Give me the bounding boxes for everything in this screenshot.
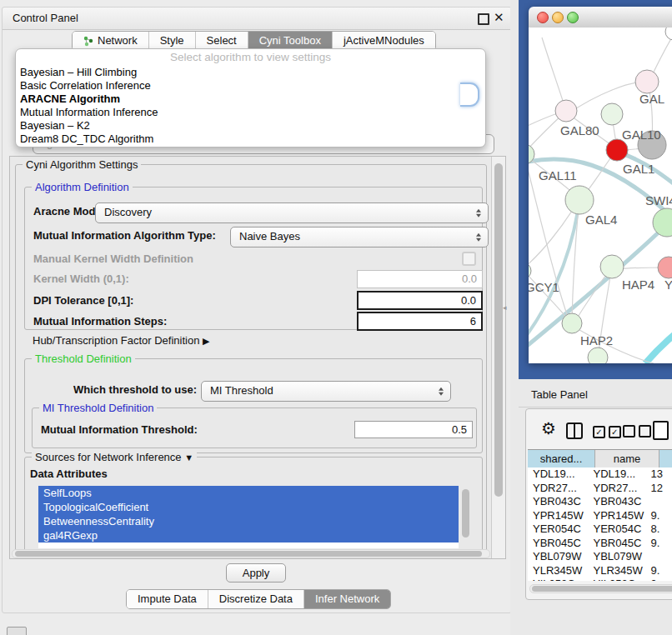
attribute-list-item[interactable]: BetweennessCentrality	[38, 514, 459, 528]
algorithm-definition-group: Algorithm Definition Aracne Mode: Discov…	[24, 187, 483, 330]
settings-vertical-scrollbar[interactable]	[491, 157, 505, 558]
table-cell: YDL19...	[589, 468, 646, 482]
mi-steps-label: Mutual Information Steps:	[33, 315, 167, 328]
network-canvas[interactable]: GALGAL80GAL10GAL1GAL11SWI4GAL4GCY1HAP4YH…	[529, 28, 672, 363]
zoom-traffic-light-icon[interactable]	[567, 12, 579, 23]
table-row[interactable]: YIL052CYIL052C9.	[528, 578, 672, 581]
column-header[interactable]: name	[595, 450, 659, 468]
table-cell: YDR27...	[589, 482, 646, 496]
network-desktop: GALGAL80GAL10GAL1GAL11SWI4GAL4GCY1HAP4YH…	[519, 0, 672, 379]
network-window-titlebar[interactable]	[529, 7, 672, 28]
attribute-list-item[interactable]: TopologicalCoefficient	[38, 500, 459, 514]
float-window-icon[interactable]	[478, 13, 489, 25]
algorithm-option[interactable]: Mutual Information Inference	[16, 106, 485, 119]
network-node[interactable]	[565, 186, 594, 214]
unchecked-box-icon	[639, 425, 651, 438]
network-node[interactable]	[665, 28, 672, 40]
minimize-traffic-light-icon[interactable]	[552, 12, 564, 23]
algorithm-option[interactable]: Dream8 DC_TDC Algorithm	[16, 132, 485, 146]
table-row[interactable]: YDL19...YDL19...13	[528, 468, 672, 482]
algorithm-option[interactable]: Bayesian – Hill Climbing	[16, 66, 485, 79]
table-cell: 8.	[645, 522, 672, 537]
algorithm-dropdown-placeholder: Select algorithm to view settings	[16, 49, 485, 66]
table-panel-title: Table Panel	[531, 387, 588, 403]
attribute-list-item[interactable]: SelfLoops	[38, 486, 459, 500]
algorithm-option[interactable]: Basic Correlation Inference	[16, 79, 485, 92]
inference-combo-focus-ring	[460, 82, 479, 107]
tab-infer-network[interactable]: Infer Network	[303, 590, 390, 608]
network-edge[interactable]	[542, 38, 565, 108]
attribute-list-item[interactable]: gal4RGexp	[38, 528, 459, 542]
divider-collapse-handle[interactable]: ◂	[503, 303, 507, 312]
data-attributes-list[interactable]: SelfLoopsTopologicalCoefficientBetweenne…	[38, 486, 459, 548]
table-row[interactable]: YPR145WYPR145W9.	[528, 509, 672, 523]
column-header[interactable]: shared...	[528, 450, 595, 468]
combo-spinner-icon	[476, 208, 481, 218]
tab-discretize-data[interactable]: Discretize Data	[208, 590, 303, 608]
settings-vscrollbar-thumb[interactable]	[494, 163, 503, 497]
mi-threshold-group-title: MI Threshold Definition	[39, 402, 157, 414]
tab-cyni-toolbox[interactable]: Cyni Toolbox	[248, 32, 332, 50]
settings-horizontal-scrollbar[interactable]	[12, 549, 490, 558]
manual-kernel-checkbox[interactable]	[462, 252, 476, 266]
table-cell: YDR27...	[528, 482, 589, 496]
network-node[interactable]	[606, 139, 628, 161]
network-node-label: HAP2	[580, 333, 613, 348]
table-row[interactable]: YBL079WYBL079W	[528, 550, 672, 564]
network-edge[interactable]	[529, 159, 569, 319]
network-node[interactable]	[600, 255, 624, 278]
tab-style[interactable]: Style	[148, 32, 195, 50]
tab-jactivemnodules[interactable]: jActiveMNodules	[332, 32, 435, 50]
attributes-scrollbar-thumb[interactable]	[462, 489, 469, 538]
network-node[interactable]	[555, 100, 577, 122]
mi-steps-field[interactable]: 6	[357, 312, 483, 331]
table-cell: 9.	[645, 578, 672, 581]
table-row[interactable]: YBR045CYBR045C9.	[528, 537, 672, 551]
control-panel: Control Panel ✕ NetworkStyleSelectCyni T…	[2, 7, 512, 613]
mi-type-combo[interactable]: Naive Bayes	[230, 227, 489, 248]
table-row[interactable]: YBR043CYBR043C	[528, 495, 672, 509]
algorithm-option[interactable]: ARACNE Algorithm	[16, 92, 485, 106]
settings-hscrollbar-thumb[interactable]	[15, 551, 482, 557]
network-node[interactable]	[601, 103, 623, 125]
panel-divider[interactable]	[510, 0, 519, 635]
tab-label: Network	[98, 32, 138, 50]
algorithm-option[interactable]: Bayesian – K2	[16, 119, 485, 132]
table-cell: YBR045C	[589, 537, 646, 551]
table-horizontal-scrollbar[interactable]	[529, 584, 672, 593]
table-row[interactable]: YLR345WYLR345W9.	[528, 564, 672, 578]
tab-select[interactable]: Select	[195, 32, 248, 50]
which-threshold-combo[interactable]: MI Threshold	[201, 381, 451, 402]
network-node[interactable]	[635, 70, 659, 93]
dpi-tolerance-field[interactable]: 0.0	[357, 291, 483, 310]
table-hscrollbar-thumb[interactable]	[532, 586, 672, 592]
split-columns-icon[interactable]	[566, 422, 583, 439]
network-edge[interactable]	[529, 204, 576, 268]
column-header[interactable]: A	[659, 450, 672, 468]
gear-icon[interactable]: ⚙	[541, 420, 556, 437]
deselect-all-checkboxes-icon[interactable]	[623, 425, 651, 440]
hub-definition-toggle[interactable]: Hub/Transcription Factor Definition ▶	[33, 334, 209, 347]
table-row[interactable]: YDR27...YDR27...12	[528, 482, 672, 496]
table-row[interactable]: YER054CYER054C8.	[528, 522, 672, 537]
close-traffic-light-icon[interactable]	[537, 12, 549, 23]
network-node[interactable]	[562, 313, 582, 333]
divider	[519, 407, 672, 408]
select-all-checkboxes-icon[interactable]: ✓ ✓	[593, 425, 621, 438]
network-icon	[83, 36, 93, 47]
apply-button[interactable]: Apply	[226, 563, 286, 582]
network-edge[interactable]	[645, 321, 672, 363]
mi-threshold-field[interactable]: 0.5	[354, 421, 473, 438]
new-table-icon[interactable]	[653, 421, 669, 440]
close-icon[interactable]: ✕	[494, 10, 504, 25]
network-node[interactable]	[588, 348, 608, 363]
algorithm-dropdown[interactable]: Select algorithm to view settings Bayesi…	[15, 48, 486, 148]
aracne-mode-combo[interactable]: Discovery	[95, 202, 489, 223]
tab-impute-data[interactable]: Impute Data	[127, 590, 208, 608]
table-cell: 12	[645, 482, 672, 496]
network-node[interactable]	[658, 257, 672, 278]
collapsed-panel-button[interactable]	[7, 627, 27, 635]
expanded-arrow-icon[interactable]: ▼	[184, 452, 193, 462]
tab-network[interactable]: Network	[73, 32, 148, 50]
network-node-label: HAP4	[622, 278, 654, 292]
